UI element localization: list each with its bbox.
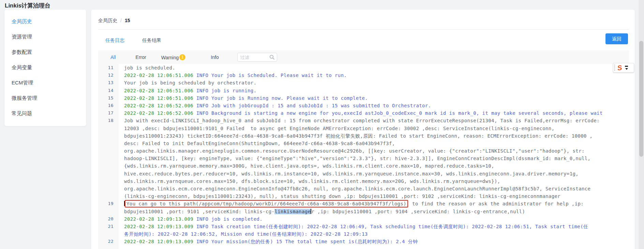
sidebar-item-全局历史[interactable]: 全局历史 xyxy=(4,14,86,29)
line-number: 19 xyxy=(98,200,118,207)
log-line-content: 2022-02-28 12:06:51.006 INFO job is runn… xyxy=(118,87,629,94)
line-number xyxy=(98,155,118,162)
log-message: INFO Job with jobGroupId : 15 and subJob… xyxy=(196,103,431,108)
log-text: to find the reason or ask the administra… xyxy=(409,201,584,206)
sidebar-item-常见问题[interactable]: 常见问题 xyxy=(4,106,86,121)
log-line-content: 2022-02-28 12:06:51.006 INFO Your job is… xyxy=(118,94,629,102)
log-timestamp: 2022-02-28 12:06:51.006 xyxy=(124,95,196,101)
line-number: 11 xyxy=(98,64,118,72)
line-number: 18 xyxy=(98,117,118,124)
log-row: 19You can go to this path(/appcom/tmp/ha… xyxy=(98,200,629,207)
log-line-content: (linkis-cg-engineconn, bdpujes110001:232… xyxy=(118,192,629,200)
sidebar-item-参数配置[interactable]: 参数配置 xyxy=(4,44,86,60)
log-text: org.apache.linkis.manager.engineplugin.c… xyxy=(124,148,585,154)
log-timestamp: 2022-02-28 12:06:51.006 xyxy=(124,88,196,93)
log-line-content: 2022-02-28 12:06:52.006 INFO Background … xyxy=(118,109,629,117)
breadcrumb-separator: / xyxy=(120,18,122,23)
ime-dropdown-icon[interactable] xyxy=(625,68,628,70)
log-viewer[interactable]: 11job is scheduled.122022-02-28 12:06:51… xyxy=(98,64,629,249)
line-number xyxy=(98,185,118,192)
breadcrumb-divider xyxy=(98,29,629,30)
log-row: 12003 ,desc: bdpujes110001:9101_0 Failed… xyxy=(98,125,629,132)
log-highlighted-path: You can go to this path(/appcom/tmp/hado… xyxy=(125,200,408,207)
log-text: Job with execId-LINKISCLI_hadoop_hive_0 … xyxy=(124,118,600,123)
sidebar-item-ECM管理[interactable]: ECM管理 xyxy=(4,75,86,90)
log-message: INFO job is completed. xyxy=(196,216,263,222)
log-row: hive.exec.reduce.bytes.per.reducer=10, w… xyxy=(98,170,629,177)
log-timestamp: 2022-02-28 12:06:52.006 xyxy=(124,103,196,108)
line-number: 15 xyxy=(98,94,118,102)
log-text: (linkis-cg-engineconn, bdpujes110001:232… xyxy=(124,193,560,199)
ime-toolbar[interactable]: S xyxy=(613,63,634,73)
app-title: Linkis计算治理台 xyxy=(5,2,50,10)
log-row: org.apache.linkis.ecm.core.engineconn.En… xyxy=(98,185,629,192)
log-row: 122022-02-28 12:06:51.006 INFO Your job … xyxy=(98,72,629,79)
log-line-content: Job with execId-LINKISCLI_hadoop_hive_0 … xyxy=(118,117,629,124)
log-message: INFO Background is starting a new engine… xyxy=(196,110,603,116)
warning-count-badge: 1 xyxy=(179,54,185,60)
log-text: job is scheduled. xyxy=(124,65,175,71)
log-message: INFO Your job is Scheduled. Please wait … xyxy=(196,73,347,78)
log-filter-bar: AllErrorWarning1Info xyxy=(98,50,629,64)
log-text: wds.linkis.rm.yarnqueue.cores.max=150, d… xyxy=(124,178,500,184)
log-row: 11job is scheduled. xyxy=(98,64,629,72)
tab-task-log[interactable]: 任务日志 xyxy=(105,37,124,44)
line-number: 14 xyxy=(98,87,118,94)
back-button[interactable]: 返回 xyxy=(605,33,628,44)
tab-bar: 任务日志 任务结果 xyxy=(105,37,161,44)
log-filter-info[interactable]: Info xyxy=(211,55,219,60)
line-number xyxy=(98,170,118,177)
log-text: hadoop-LINKISCLI], [key: engineType, val… xyxy=(124,156,590,161)
sidebar-item-资源管理[interactable]: 资源管理 xyxy=(4,29,86,44)
line-number: 13 xyxy=(98,79,118,87)
log-text: 12003 ,desc: bdpujes110001:9101_0 Failed… xyxy=(124,126,555,131)
line-number xyxy=(98,230,118,238)
log-line-content: 2022-02-28 12:09:13.009 INFO Your missio… xyxy=(118,238,629,245)
log-message: INFO Your job is Running now. Please wai… xyxy=(196,95,368,101)
tab-task-result[interactable]: 任务结果 xyxy=(142,37,161,44)
sidebar-item-全局变量[interactable]: 全局变量 xyxy=(4,60,86,75)
log-row: 142022-02-28 12:06:51.006 INFO job is ru… xyxy=(98,87,629,94)
log-row: 18Job with execId-LINKISCLI_hadoop_hive_… xyxy=(98,117,629,124)
page-scrollbar-thumb[interactable] xyxy=(639,41,643,157)
log-line-content: 2022-02-28 12:09:13.009 INFO job is comp… xyxy=(118,215,629,223)
line-number xyxy=(98,208,118,215)
line-number: 17 xyxy=(98,109,118,117)
log-filter-search xyxy=(237,53,277,62)
log-line-content: hive.exec.reduce.bytes.per.reducer=10, w… xyxy=(118,170,629,177)
sidebar-item-微服务管理[interactable]: 微服务管理 xyxy=(4,90,86,106)
log-line-content: bdpujes110001 ,port: 9101 ,serviceKind: … xyxy=(118,208,629,215)
log-line-content: Your job is being scheduled by orchestra… xyxy=(118,79,629,87)
log-filter-all[interactable]: All xyxy=(110,55,116,60)
log-timestamp: 2022-02-28 12:09:13.009 xyxy=(124,216,196,222)
log-line-content: 2022-02-28 12:06:51.006 INFO Your job is… xyxy=(118,72,629,79)
log-row: bdpujes110001 ,port: 9101 ,serviceKind: … xyxy=(98,208,629,215)
log-line-content: desc: Failed to init DefaultEngineConn(S… xyxy=(118,140,629,147)
line-number xyxy=(98,162,118,170)
log-row: {wds.linkis.rm.yarnqueue.memory.max=300G… xyxy=(98,162,629,170)
log-row: 162022-02-28 12:06:52.006 INFO Job with … xyxy=(98,102,629,109)
breadcrumb: 全局历史/15 xyxy=(98,18,130,24)
ime-controls xyxy=(625,66,628,70)
log-row: 212022-02-28 12:09:13.009 INFO Task crea… xyxy=(98,223,629,230)
ime-minimize-icon[interactable] xyxy=(625,66,628,67)
log-line-content: wds.linkis.rm.yarnqueue.cores.max=150, d… xyxy=(118,177,629,185)
breadcrumb-parent-link[interactable]: 全局历史 xyxy=(98,18,117,23)
line-number xyxy=(98,147,118,155)
line-number xyxy=(98,177,118,185)
log-timestamp: 2022-02-28 12:06:51.006 xyxy=(124,73,196,78)
ime-drag-handle-icon[interactable] xyxy=(614,65,615,71)
line-number xyxy=(98,125,118,132)
log-message: INFO job is running. xyxy=(196,88,257,93)
log-row: 202022-02-28 12:09:13.009 INFO job is co… xyxy=(98,215,629,223)
log-line-content: 12003 ,desc: bdpujes110001:9101_0 Failed… xyxy=(118,125,629,132)
page-scrollbar-track[interactable] xyxy=(639,0,644,249)
log-line-content: hadoop-LINKISCLI], [key: engineType, val… xyxy=(118,155,629,162)
log-filter-warning[interactable]: Warning1 xyxy=(161,54,186,60)
log-line-content: bdpujes110001:23243) ticketID:664eee7d-c… xyxy=(118,132,629,140)
log-filter-error[interactable]: Error xyxy=(136,55,146,60)
log-line-content: org.apache.linkis.manager.engineplugin.c… xyxy=(118,147,629,155)
log-text: {wds.linkis.rm.yarnqueue.memory.max=300G… xyxy=(124,163,494,169)
log-row: 152022-02-28 12:06:51.006 INFO Your job … xyxy=(98,94,629,102)
line-number xyxy=(98,192,118,200)
